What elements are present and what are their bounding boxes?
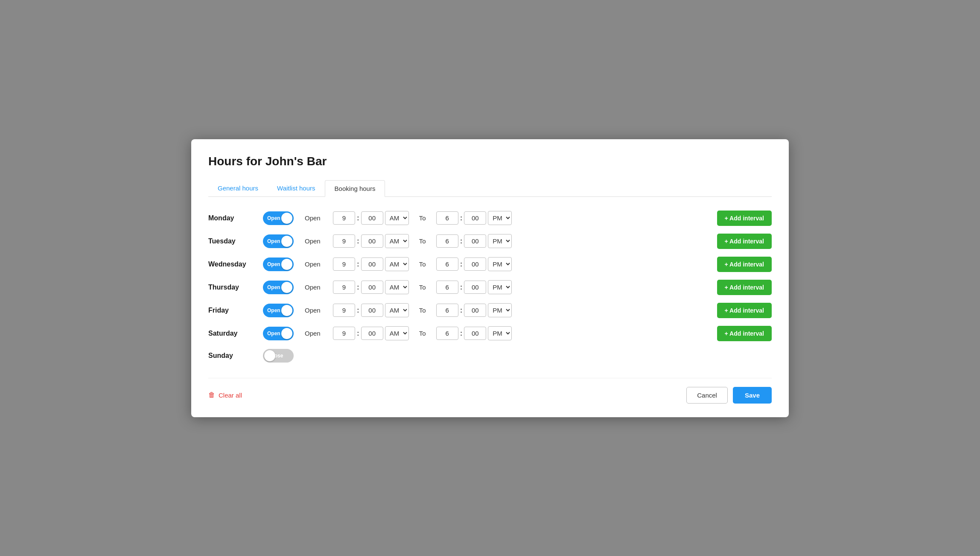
day-name: Tuesday — [208, 237, 255, 245]
time-colon: : — [357, 260, 359, 269]
to-hour-input[interactable] — [436, 281, 458, 294]
footer-actions: Cancel Save — [686, 387, 772, 404]
tabs-bar: General hours Waitlist hours Booking hou… — [208, 180, 772, 197]
time-colon: : — [460, 260, 463, 269]
day-toggle[interactable]: Open — [263, 281, 294, 294]
to-time-group: : AM PM — [436, 211, 512, 225]
time-colon: : — [357, 214, 359, 222]
trash-icon: 🗑 — [208, 391, 215, 399]
day-toggle[interactable]: Open — [263, 304, 294, 317]
to-ampm-select[interactable]: AM PM — [488, 211, 512, 225]
to-label: To — [417, 307, 429, 314]
to-hour-input[interactable] — [436, 327, 458, 340]
from-min-input[interactable] — [361, 258, 383, 271]
toggle-knob — [281, 282, 292, 293]
from-ampm-select[interactable]: AM PM — [385, 303, 409, 317]
from-min-input[interactable] — [361, 327, 383, 340]
add-interval-button[interactable]: + Add interval — [717, 303, 772, 318]
add-interval-button[interactable]: + Add interval — [717, 211, 772, 226]
to-ampm-select[interactable]: AM PM — [488, 303, 512, 317]
to-min-input[interactable] — [464, 258, 486, 271]
day-toggle[interactable]: Open — [263, 234, 294, 248]
time-colon: : — [460, 237, 463, 246]
from-time-group: : AM PM — [333, 280, 409, 294]
to-hour-input[interactable] — [436, 234, 458, 248]
to-min-input[interactable] — [464, 211, 486, 225]
from-hour-input[interactable] — [333, 327, 355, 340]
day-row: Wednesday Open Open : AM PM — [208, 257, 772, 272]
clear-all-label: Clear all — [219, 392, 242, 399]
day-row: Tuesday Open Open : AM PM To — [208, 234, 772, 249]
toggle-knob — [281, 213, 292, 224]
to-min-input[interactable] — [464, 304, 486, 317]
modal-title: Hours for John's Bar — [208, 155, 772, 168]
from-time-group: : AM PM — [333, 234, 409, 248]
toggle-knob — [264, 350, 275, 361]
to-min-input[interactable] — [464, 281, 486, 294]
add-interval-button[interactable]: + Add interval — [717, 257, 772, 272]
from-hour-input[interactable] — [333, 281, 355, 294]
toggle-wrapper: Close — [263, 349, 297, 363]
to-min-input[interactable] — [464, 234, 486, 248]
save-button[interactable]: Save — [733, 387, 772, 404]
cancel-button[interactable]: Cancel — [686, 387, 728, 404]
tab-booking[interactable]: Booking hours — [325, 180, 385, 197]
from-hour-input[interactable] — [333, 234, 355, 248]
clear-all-button[interactable]: 🗑 Clear all — [208, 391, 242, 399]
to-label: To — [417, 284, 429, 291]
to-ampm-select[interactable]: AM PM — [488, 257, 512, 271]
add-interval-button[interactable]: + Add interval — [717, 280, 772, 295]
from-min-input[interactable] — [361, 304, 383, 317]
to-label: To — [417, 237, 429, 245]
add-interval-button[interactable]: + Add interval — [717, 234, 772, 249]
from-ampm-select[interactable]: AM PM — [385, 280, 409, 294]
time-colon: : — [460, 214, 463, 222]
from-ampm-select[interactable]: AM PM — [385, 326, 409, 340]
add-interval-button[interactable]: + Add interval — [717, 326, 772, 341]
from-hour-input[interactable] — [333, 211, 355, 225]
open-label: Open — [305, 307, 325, 314]
modal-footer: 🗑 Clear all Cancel Save — [208, 378, 772, 404]
day-row: Thursday Open Open : AM PM T — [208, 280, 772, 295]
from-ampm-select[interactable]: AM PM — [385, 211, 409, 225]
to-hour-input[interactable] — [436, 258, 458, 271]
day-toggle[interactable]: Close — [263, 349, 294, 363]
to-ampm-select[interactable]: AM PM — [488, 326, 512, 340]
from-ampm-select[interactable]: AM PM — [385, 257, 409, 271]
day-row: Saturday Open Open : AM PM T — [208, 326, 772, 341]
toggle-wrapper: Open — [263, 304, 297, 317]
to-label: To — [417, 214, 429, 222]
to-ampm-select[interactable]: AM PM — [488, 280, 512, 294]
from-ampm-select[interactable]: AM PM — [385, 234, 409, 248]
hours-modal: Hours for John's Bar General hours Waitl… — [191, 139, 789, 417]
day-toggle[interactable]: Open — [263, 327, 294, 340]
to-label: To — [417, 260, 429, 268]
toggle-wrapper: Open — [263, 258, 297, 271]
to-hour-input[interactable] — [436, 304, 458, 317]
to-time-group: : AM PM — [436, 257, 512, 271]
tab-waitlist[interactable]: Waitlist hours — [268, 180, 324, 197]
toggle-wrapper: Open — [263, 234, 297, 248]
tab-general[interactable]: General hours — [208, 180, 268, 197]
toggle-wrapper: Open — [263, 327, 297, 340]
to-time-group: : AM PM — [436, 234, 512, 248]
open-label: Open — [305, 214, 325, 222]
time-colon: : — [357, 329, 359, 338]
day-name: Saturday — [208, 330, 255, 337]
from-min-input[interactable] — [361, 281, 383, 294]
toggle-knob — [281, 305, 292, 316]
from-hour-input[interactable] — [333, 258, 355, 271]
open-label: Open — [305, 330, 325, 337]
to-ampm-select[interactable]: AM PM — [488, 234, 512, 248]
from-min-input[interactable] — [361, 211, 383, 225]
from-min-input[interactable] — [361, 234, 383, 248]
day-name: Wednesday — [208, 260, 255, 268]
from-hour-input[interactable] — [333, 304, 355, 317]
day-toggle[interactable]: Open — [263, 258, 294, 271]
time-colon: : — [460, 283, 463, 292]
open-label: Open — [305, 237, 325, 245]
to-hour-input[interactable] — [436, 211, 458, 225]
to-min-input[interactable] — [464, 327, 486, 340]
day-toggle[interactable]: Open — [263, 211, 294, 225]
day-row: Sunday Close — [208, 349, 772, 363]
